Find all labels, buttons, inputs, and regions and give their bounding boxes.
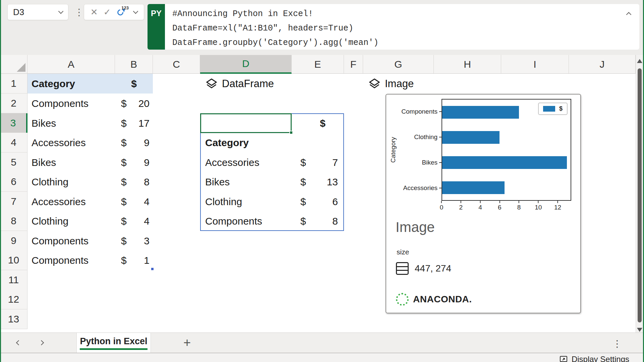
cell-d1-dataframe-label[interactable]: DataFrame [205,74,274,94]
scroll-down-icon[interactable] [637,328,642,332]
tick-mark [439,137,442,137]
dataframe-object-icon [205,77,218,90]
collapse-formula-bar-icon[interactable] [626,12,632,17]
cell-b7[interactable]: $4 [115,192,153,212]
ytick-bikes: Bikes [422,159,437,166]
confirm-entry-icon[interactable]: ✓ [104,8,111,16]
column-header-g[interactable]: G [363,55,434,74]
currency-symbol: $ [121,118,127,129]
referenced-range-handle[interactable] [151,267,154,271]
sheet-tab-python-in-excel[interactable]: Python in Excel [76,333,151,353]
cell-b5[interactable]: $9 [115,153,153,172]
cell-a4[interactable]: Accessories [27,133,115,153]
anaconda-brand-text: ANACONDA. [413,294,472,305]
cell-b10[interactable]: $1 [115,250,153,270]
row-header-10[interactable]: 10 [0,250,27,270]
currency-symbol: $ [121,196,127,207]
cell-a1-category-header[interactable]: Category [27,74,115,94]
row-header-5[interactable]: 5 [0,153,27,172]
cell-a7[interactable]: Accessories [27,192,115,212]
row-header-2[interactable]: 2 [0,94,27,113]
vertical-scrollbar-thumb[interactable] [638,68,642,322]
display-settings-label: Display Settings [572,355,629,362]
cell-e8[interactable]: $8 [292,211,344,231]
row-header-3-selected[interactable]: 3 [0,113,27,133]
cell-e5[interactable]: $7 [292,153,344,172]
chart-y-tick-labels: Components Clothing Bikes Accessories [400,99,442,201]
row-header-11[interactable]: 11 [0,270,27,290]
currency-symbol: $ [121,255,127,266]
output-type-dropdown-icon[interactable] [133,8,138,14]
ytick-accessories: Accessories [403,184,437,192]
next-sheet-icon[interactable] [39,340,44,346]
cell-b1-amount-header[interactable]: $ [115,74,153,94]
cell-e3-value-header[interactable]: $ [292,113,344,133]
row-header-1[interactable]: 1 [0,74,27,94]
cell-b6[interactable]: $8 [115,172,153,192]
add-sheet-button[interactable]: + [179,335,195,350]
cell-a10[interactable]: Components [27,250,115,270]
currency-symbol: $ [121,216,127,227]
cell-b4[interactable]: $9 [115,133,153,153]
currency-symbol: $ [121,98,127,109]
sheet-options-kebab-icon[interactable]: ⋮ [612,338,622,349]
cell-d7[interactable]: Clothing [200,192,292,212]
cell-e7[interactable]: $6 [292,192,344,212]
formula-input[interactable]: #Announcing Python in Excel! DataFrame=x… [165,4,639,50]
cell-a6[interactable]: Clothing [27,172,115,192]
vertical-scrollbar[interactable] [636,55,643,335]
column-header-i[interactable]: I [501,55,569,74]
amount-value: 13 [327,176,338,188]
row-header-7[interactable]: 7 [0,192,27,212]
cell-g1-image-label[interactable]: Image [368,74,414,94]
column-header-j[interactable]: J [569,55,636,74]
cell-a5[interactable]: Bikes [27,153,115,172]
cell-b8[interactable]: $4 [115,211,153,231]
cell-a8[interactable]: Clothing [27,211,115,231]
cell-a9[interactable]: Components [27,231,115,251]
select-all-corner[interactable] [0,55,27,74]
scroll-up-icon[interactable] [637,59,642,63]
cell-b3[interactable]: $17 [115,113,153,133]
formula-bar-kebab-icon[interactable]: ⋮ [74,7,84,18]
cancel-entry-icon[interactable]: ✕ [91,8,98,16]
column-header-b[interactable]: B [115,55,153,74]
cell-e6[interactable]: $13 [292,172,344,192]
currency-symbol: $ [300,196,306,207]
python-image-card[interactable]: Category Components Clothing Bikes Acces… [386,94,581,313]
legend-swatch [543,106,555,112]
cell-a3[interactable]: Bikes [27,113,115,133]
row-header-9[interactable]: 9 [0,231,27,251]
cell-d6[interactable]: Bikes [200,172,292,192]
size-table-icon [396,262,409,275]
column-header-c[interactable]: C [153,55,200,74]
cell-b2[interactable]: $20 [115,94,153,113]
dataframe-label-text: DataFrame [222,78,274,90]
name-box[interactable]: D3 [7,4,68,20]
row-header-6[interactable]: 6 [0,172,27,192]
cell-d8[interactable]: Components [200,211,292,231]
column-header-h[interactable]: H [434,55,501,74]
row-header-12[interactable]: 12 [0,290,27,309]
cell-b9[interactable]: $3 [115,231,153,251]
row-header-13[interactable]: 13 [0,309,27,329]
previous-sheet-icon[interactable] [16,340,21,346]
column-header-a[interactable]: A [27,55,115,74]
fill-handle[interactable] [289,131,293,134]
name-box-dropdown-icon[interactable] [58,8,64,14]
cell-a2[interactable]: Components [27,94,115,113]
amount-value: 6 [332,196,338,207]
formula-code-line-2: DataFrame=xl("A1:B10", headers=True) [172,21,619,36]
display-settings-button[interactable]: Display Settings [560,355,629,362]
active-cell-d3[interactable] [200,113,292,133]
cell-d4-index-header[interactable]: Category [200,133,292,153]
row-header-4[interactable]: 4 [0,133,27,153]
row-header-8[interactable]: 8 [0,211,27,231]
column-header-e[interactable]: E [292,55,344,74]
column-header-d-selected[interactable]: D [200,55,292,74]
display-settings-icon [560,355,568,362]
cell-d5[interactable]: Accessories [200,153,292,172]
chart-y-axis-label: Category [386,99,400,201]
column-header-f[interactable]: F [344,55,363,74]
python-output-type-icon[interactable]: 123 [117,6,128,18]
